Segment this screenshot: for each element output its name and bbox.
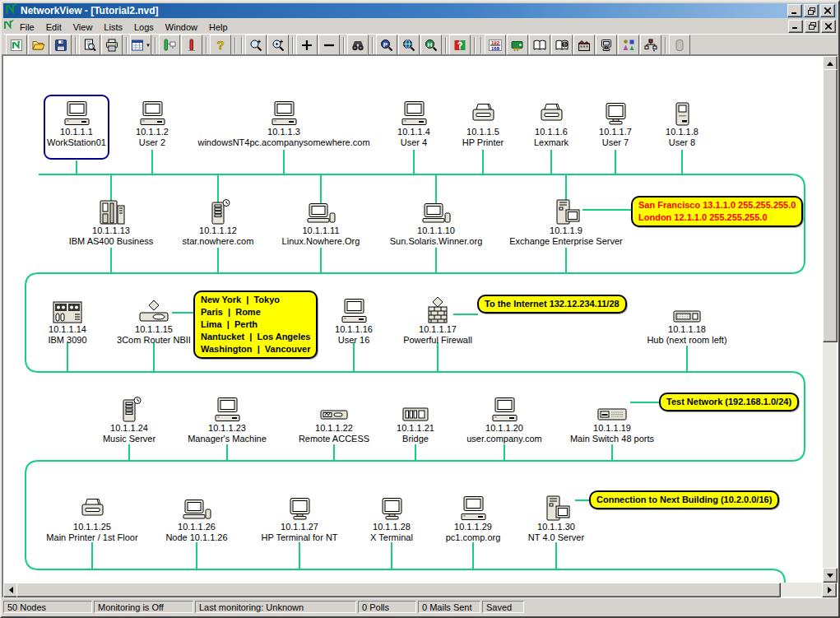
- menu-file[interactable]: File: [14, 21, 40, 34]
- zoom-in-button[interactable]: [296, 35, 318, 55]
- title-bar: NetworkView - [Tutorial2.nvd]: [3, 3, 837, 18]
- menu-logs[interactable]: Logs: [128, 21, 160, 34]
- status-panel-2: Last monitoring: Unknown: [195, 601, 356, 613]
- sticky-note[interactable]: Connection to Next Building (10.2.0.0/16…: [589, 490, 779, 509]
- node-name: Powerful Firewall: [339, 335, 536, 346]
- child-minimize-button[interactable]: [788, 20, 803, 33]
- web-button[interactable]: [398, 35, 420, 55]
- note-line: Paris | Rome: [201, 306, 310, 318]
- web-icon: [402, 39, 415, 52]
- status-bar: 50 NodesMonitoring is OffLast monitoring…: [3, 599, 837, 615]
- menu-help[interactable]: Help: [203, 21, 234, 34]
- help-icon: ?: [214, 39, 227, 52]
- note-line: Washington | Vancouver: [201, 343, 310, 355]
- discover-stop-button[interactable]: [181, 35, 202, 55]
- node-list-button[interactable]: ▼: [130, 35, 151, 55]
- child-window-controls: [788, 20, 836, 33]
- zoom-area-button[interactable]: [245, 35, 267, 55]
- zoom-in-icon: [300, 39, 313, 52]
- map-button[interactable]: [640, 35, 661, 55]
- node-ip: 10.1.1.30: [457, 522, 655, 532]
- snmp-button[interactable]: [596, 35, 617, 55]
- new-button[interactable]: [6, 35, 27, 55]
- blank-button[interactable]: [669, 35, 690, 55]
- document-icon: [3, 19, 14, 34]
- print-preview-button[interactable]: [79, 35, 100, 55]
- host-button[interactable]: H: [420, 35, 442, 55]
- zoom-out-icon: [323, 39, 336, 52]
- vertical-scroll-thumb[interactable]: [823, 69, 838, 342]
- app-logo-icon: [5, 3, 17, 19]
- mib-icon: [533, 39, 546, 52]
- horizontal-scroll-thumb[interactable]: [16, 583, 781, 597]
- ports-button[interactable]: [618, 35, 639, 55]
- status-check-button[interactable]: ?: [449, 35, 471, 55]
- scroll-right-button[interactable]: [822, 583, 837, 597]
- zoom-out-button[interactable]: [318, 35, 340, 55]
- vertical-scrollbar[interactable]: [823, 56, 837, 583]
- open-icon: [32, 39, 45, 52]
- sticky-note[interactable]: Test Network (192.168.1.0/24): [659, 393, 799, 411]
- menu-lists[interactable]: Lists: [98, 21, 128, 34]
- map-icon: [644, 39, 657, 52]
- ports-icon: [622, 39, 635, 52]
- save-button[interactable]: [50, 35, 72, 55]
- help-button[interactable]: ?: [210, 35, 231, 55]
- interfaces-button[interactable]: [507, 35, 528, 55]
- menu-window[interactable]: Window: [160, 21, 203, 34]
- status-panel-3: 0 Polls: [358, 601, 416, 613]
- device-node[interactable]: 10.1.1.8User 8: [583, 99, 781, 148]
- toolbar-separator: [75, 37, 77, 53]
- host-icon: H: [425, 39, 438, 52]
- node-list-icon: [131, 39, 144, 52]
- node-name: Exchange Enterprise Server: [467, 236, 665, 247]
- node-ip: 10.1.1.19: [513, 423, 711, 434]
- toolbar-separator: [292, 37, 294, 53]
- sticky-note[interactable]: San Francisco 13.1.1.0 255.255.255.0Lond…: [631, 196, 803, 227]
- svg-text:P: P: [383, 40, 388, 48]
- addresses-button[interactable]: 192168: [485, 35, 506, 55]
- discover-start-button[interactable]: [159, 35, 180, 55]
- toolbar-separator: [445, 37, 447, 53]
- svg-text:NB: NB: [562, 42, 569, 47]
- zoom-full-icon: [271, 39, 285, 52]
- horizontal-scrollbar[interactable]: [3, 583, 837, 597]
- menu-view[interactable]: View: [67, 21, 99, 34]
- window-title: NetworkView - [Tutorial2.nvd]: [21, 5, 159, 16]
- toolbar-separator: [665, 37, 666, 53]
- note-line: Test Network (192.168.1.0/24): [666, 396, 791, 408]
- blank-icon: [673, 39, 686, 52]
- mac-vendor-button[interactable]: [573, 35, 595, 55]
- interfaces-icon: [511, 39, 524, 52]
- toolbar: ▼?PH?192168NB: [3, 34, 837, 56]
- snmp-icon: [600, 39, 613, 52]
- app-window: NetworkView - [Tutorial2.nvd] FileEditVi…: [0, 0, 840, 618]
- mac-icon: [583, 99, 781, 127]
- map-canvas[interactable]: 10.1.1.1WorkStation0110.1.1.2User 210.1.…: [3, 56, 823, 583]
- client-area: 10.1.1.1WorkStation0110.1.1.2User 210.1.…: [2, 54, 838, 598]
- svg-text:?: ?: [216, 39, 224, 52]
- ping-button[interactable]: P: [376, 35, 397, 55]
- child-restore-button[interactable]: [805, 20, 819, 33]
- open-button[interactable]: [28, 35, 49, 55]
- scroll-down-button[interactable]: [823, 568, 838, 583]
- toolbar-separator: [206, 37, 207, 53]
- note-line: San Francisco 13.1.1.0 255.255.255.0: [638, 199, 796, 211]
- dropdown-arrow-icon[interactable]: ▼: [146, 43, 151, 48]
- netbios-button[interactable]: NB: [551, 35, 573, 55]
- menu-bar: FileEditViewListsLogsWindowHelp: [3, 19, 837, 33]
- sticky-note[interactable]: New York | TokyoParis | RomeLima | Perth…: [193, 290, 318, 359]
- restore-button[interactable]: [804, 4, 819, 17]
- menu-edit[interactable]: Edit: [40, 21, 67, 34]
- find-button[interactable]: [347, 35, 369, 55]
- zoom-area-icon: [249, 39, 262, 52]
- minimize-button[interactable]: [787, 4, 802, 17]
- mib-button[interactable]: [529, 35, 550, 55]
- sticky-note[interactable]: To the Internet 132.12.234.11/28: [477, 295, 627, 314]
- svg-text:?: ?: [457, 40, 463, 50]
- node-ip: 10.1.1.17: [339, 324, 536, 335]
- print-button[interactable]: [101, 35, 123, 55]
- zoom-full-button[interactable]: [267, 35, 289, 55]
- child-close-button[interactable]: [821, 20, 836, 33]
- close-button[interactable]: [820, 4, 835, 17]
